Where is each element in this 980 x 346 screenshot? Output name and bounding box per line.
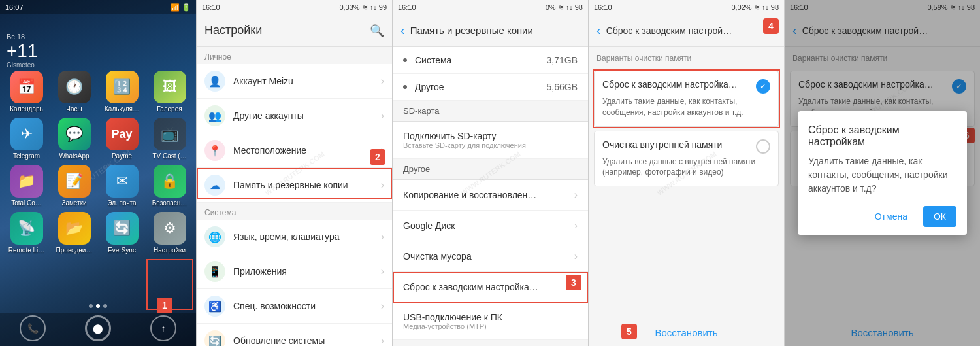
app-label: Проводни… <box>56 247 93 254</box>
backup-restore-label: Копирование и восстановлен… <box>403 190 574 200</box>
arrow-icon: › <box>381 75 384 87</box>
settings-screen: 16:10 0,33% ≋ ↑↓ 99 Настройки 🔍 Личное 👤… <box>196 0 392 346</box>
app-remote[interactable]: 📡 Remote Li… <box>5 212 48 254</box>
app-label: Безопасн… <box>152 199 187 207</box>
back-button[interactable]: ‹ <box>400 23 405 38</box>
usb-item[interactable]: USB-подключение к ПК Медиа-устройство (М… <box>393 303 588 340</box>
dot-3 <box>103 304 107 308</box>
settings-item-apps[interactable]: 📱 Приложения › <box>197 254 392 289</box>
search-icon[interactable]: 🔍 <box>370 24 384 38</box>
calc-icon: 🔢 <box>106 71 139 103</box>
settings-item-language[interactable]: 🌐 Язык, время, клавиатура › <box>197 220 392 254</box>
dialog-overlay: Сброс к заводским настройкам Удалить так… <box>785 0 980 346</box>
sd-connect-item[interactable]: Подключить SD-карту Вставьте SD-карту дл… <box>393 122 588 159</box>
account-icon: 👤 <box>204 71 225 92</box>
gallery-icon: 🖼 <box>154 71 186 103</box>
google-drive-item[interactable]: Google Диск › <box>393 211 588 241</box>
ok-button[interactable]: ОК <box>923 206 956 227</box>
app-security[interactable]: 🔒 Безопасн… <box>148 165 191 207</box>
security-icon: 🔒 <box>154 165 186 198</box>
arrow-icon: › <box>574 189 578 201</box>
option2-radio[interactable] <box>756 139 770 154</box>
reset-option-1[interactable]: Сброс к заводским настройка… Удалить так… <box>594 71 779 127</box>
other-label: Другое <box>415 82 547 92</box>
app-tv[interactable]: 📺 TV Cast (… <box>148 118 191 160</box>
home-button[interactable]: ⬤ <box>85 315 111 341</box>
step-1-badge: 1 <box>157 298 172 313</box>
app-label: TV Cast (… <box>152 152 186 160</box>
app-label: Календарь <box>10 105 42 112</box>
settings-item-other-accounts[interactable]: 👥 Другие аккаунты › <box>197 99 392 133</box>
dot-1 <box>89 304 93 308</box>
phone-button[interactable]: 📞 <box>20 315 46 341</box>
app-label: Часы <box>66 105 82 112</box>
dialog-text: Удалить такие данные, как контакты, сооб… <box>808 154 956 196</box>
accessibility-label: Спец. возможности <box>233 301 381 311</box>
other-storage-item: Другое 5,66GB <box>393 74 588 101</box>
clock-icon: 🕐 <box>58 71 91 103</box>
app-calc[interactable]: 🔢 Калькуля… <box>101 71 143 112</box>
step-3-badge: 3 <box>566 275 581 290</box>
settings-item-account[interactable]: 👤 Аккаунт Meizu › <box>197 64 392 99</box>
factory-reset-label: Сброс к заводским настройка… <box>403 282 574 292</box>
weather-temp: +11 <box>7 41 38 61</box>
home-screen: 16:07 📶 🔋 Вс 18 +11 Gismeteo 📅 Календарь… <box>0 0 196 346</box>
weather-date: Вс 18 <box>7 33 38 41</box>
backup-restore-item[interactable]: Копирование и восстановлен… › <box>393 180 588 211</box>
app-total[interactable]: 📁 Total Co… <box>5 165 48 207</box>
app-label: Remote Li… <box>8 247 45 254</box>
arrow-icon: › <box>574 220 578 232</box>
app-calendar[interactable]: 📅 Календарь <box>5 71 48 112</box>
system-storage-item: Система 3,71GB <box>393 47 588 74</box>
app-files[interactable]: 📂 Проводни… <box>53 212 95 254</box>
settings-item-update[interactable]: 🔄 Обновление системы › <box>197 324 392 346</box>
page-dots <box>89 304 107 308</box>
system-label: Система <box>415 55 547 65</box>
settings-item-accessibility[interactable]: ♿ Спец. возможности › <box>197 289 392 324</box>
app-gallery[interactable]: 🖼 Галерея <box>148 71 191 112</box>
memory-status-icons: 0% ≋ ↑↓ 98 <box>546 3 583 12</box>
app-settings[interactable]: ⚙ Настройки <box>148 212 191 254</box>
settings-item-memory[interactable]: ☁ Память и резервные копии › <box>197 168 392 203</box>
restore-button[interactable]: Восстановить <box>655 327 717 338</box>
settings-title: Настройки <box>204 24 370 37</box>
whatsapp-icon: 💬 <box>58 118 91 150</box>
settings-item-location[interactable]: 📍 Местоположение › <box>197 133 392 168</box>
location-label: Местоположение <box>233 145 381 156</box>
app-payme[interactable]: Pay Payme <box>101 118 143 160</box>
factory-reset-item[interactable]: Сброс к заводским настройка… › <box>393 272 588 303</box>
language-label: Язык, время, клавиатура <box>233 232 381 242</box>
reset-option-2[interactable]: Очистка внутренней памяти Удалить все да… <box>594 131 779 187</box>
option2-desc: Удалить все данные с внутренней памяти (… <box>602 156 770 179</box>
app-label: Настройки <box>154 247 186 254</box>
other-accounts-label: Другие аккаунты <box>233 111 381 121</box>
cancel-button[interactable]: Отмена <box>864 206 918 227</box>
app-eversync[interactable]: 🔄 EverSync <box>101 212 143 254</box>
app-mail[interactable]: ✉ Эл. почта <box>101 165 143 207</box>
reset-statusbar: 16:10 0,02% ≋ ↑↓ 98 <box>589 0 784 14</box>
app-label: Галерея <box>157 105 182 112</box>
arrow-icon: › <box>381 335 384 346</box>
app-clock[interactable]: 🕐 Часы <box>53 71 95 112</box>
app-grid: 📅 Календарь 🕐 Часы 🔢 Калькуля… 🖼 Галерея… <box>0 65 196 259</box>
nav-back-button[interactable]: ↑ <box>150 315 176 341</box>
app-telegram[interactable]: ✈ Telegram <box>5 118 48 160</box>
section-label: Варианты очистки памяти <box>589 47 784 67</box>
cleanup-label: Очистка мусора <box>403 251 574 262</box>
eversync-icon: 🔄 <box>106 212 139 245</box>
files-icon: 📂 <box>58 212 91 245</box>
other-accounts-icon: 👥 <box>204 105 225 126</box>
back-button[interactable]: ‹ <box>596 23 601 38</box>
location-icon: 📍 <box>204 140 225 161</box>
settings-header: Настройки 🔍 <box>197 14 392 47</box>
reset-options-screen: 16:10 0,02% ≋ ↑↓ 98 ‹ Сброс к заводским … <box>588 0 784 346</box>
app-label: Payme <box>112 152 132 160</box>
app-notes[interactable]: 📝 Заметки <box>53 165 95 207</box>
payme-icon: Pay <box>106 118 139 150</box>
settings-status-icons: 0,33% ≋ ↑↓ 99 <box>339 3 387 12</box>
option1-radio[interactable] <box>756 79 770 94</box>
cleanup-item[interactable]: Очистка мусора › <box>393 241 588 272</box>
option2-title: Очистка внутренней памяти <box>602 139 751 150</box>
app-whatsapp[interactable]: 💬 WhatsApp <box>53 118 95 160</box>
reset-header: ‹ Сброс к заводским настрой… <box>589 14 784 47</box>
